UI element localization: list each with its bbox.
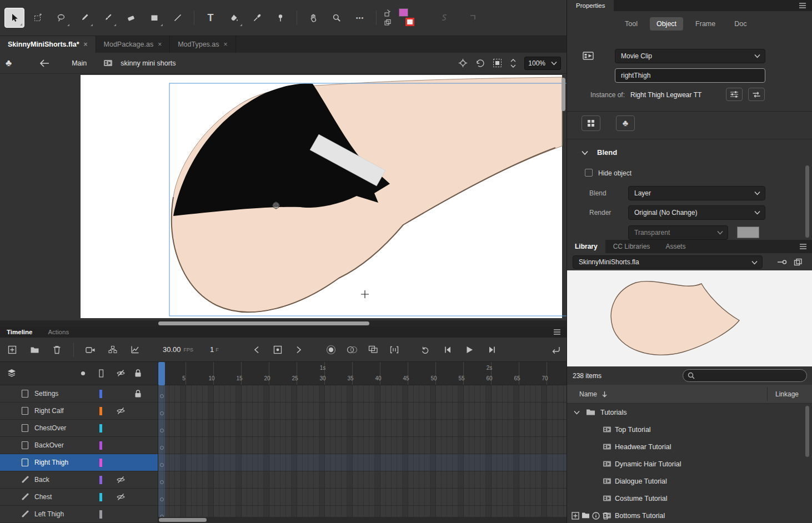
insert-keyframe-button[interactable] xyxy=(269,341,287,358)
frame-row[interactable] xyxy=(158,385,567,403)
layer-color-swatch[interactable] xyxy=(99,424,102,433)
tab-library[interactable]: Library xyxy=(567,240,605,253)
blend-section-title[interactable]: Blend xyxy=(597,148,617,157)
library-item-label[interactable]: Costume Tutorial xyxy=(615,495,667,502)
library-item-row[interactable]: Costume Tutorial xyxy=(567,490,812,507)
delete-item-trash-icon[interactable] xyxy=(602,512,609,520)
free-transform-tool[interactable] xyxy=(28,8,48,28)
tab-frame[interactable]: Frame xyxy=(689,17,722,31)
instance-name-input[interactable]: rightThigh xyxy=(615,68,765,83)
object-type-select[interactable]: Movie Clip xyxy=(615,49,765,63)
playhead-marker[interactable] xyxy=(158,362,165,385)
library-item-label[interactable]: Bottoms Tutorial xyxy=(615,512,665,520)
tab-timeline[interactable]: Timeline xyxy=(7,329,32,335)
timeline-layer-row[interactable]: ChestOver xyxy=(0,420,158,437)
library-folder-row[interactable]: Tutorials xyxy=(567,404,812,421)
layer-name[interactable]: Chest xyxy=(34,493,52,501)
broadcast-club-button[interactable]: ♣ xyxy=(616,115,635,131)
current-frame-value[interactable]: 1 xyxy=(210,345,214,354)
fps-value[interactable]: 30.00 xyxy=(163,345,181,354)
library-item-label[interactable]: Dynamic Hair Tutorial xyxy=(615,460,681,468)
lasso-tool[interactable] xyxy=(51,8,71,28)
timeline-frames-area[interactable]: 1s 2s 5 10 15 20 25 30 35 40 45 50 55 60… xyxy=(158,362,567,523)
frame-row[interactable] xyxy=(158,471,567,489)
asset-warp-tool[interactable] xyxy=(270,8,290,28)
clip-content-icon[interactable] xyxy=(493,58,502,68)
library-item-label[interactable]: Dialogue Tutorial xyxy=(615,477,667,485)
new-folder-button[interactable] xyxy=(26,341,43,358)
swap-symbol-icon[interactable] xyxy=(748,88,765,101)
linkage-column-header[interactable]: Linkage xyxy=(775,390,799,398)
eraser-tool[interactable] xyxy=(121,8,141,28)
layer-name[interactable]: Right Thigh xyxy=(34,459,68,466)
breadcrumb-symbol[interactable]: skinny mini shorts xyxy=(121,59,176,67)
render-mode-select[interactable]: Original (No Change) xyxy=(628,205,765,220)
layer-name[interactable]: Back xyxy=(34,476,49,484)
back-arrow-icon[interactable] xyxy=(39,59,49,67)
layer-name[interactable]: BackOver xyxy=(34,441,64,449)
chevron-down-icon[interactable] xyxy=(574,410,580,415)
close-icon[interactable]: × xyxy=(84,41,88,48)
transparent-select[interactable]: Transparent xyxy=(628,225,728,240)
library-item-row[interactable]: Top Tutorial xyxy=(567,421,812,438)
doc-tab-modtypes[interactable]: ModTypes.as × xyxy=(170,36,235,53)
frame-row[interactable] xyxy=(158,454,567,471)
library-document-select[interactable]: SkinnyMiniShorts.fla xyxy=(573,255,763,269)
frame-row[interactable] xyxy=(158,489,567,506)
layer-hidden-icon[interactable] xyxy=(116,492,126,501)
library-item-row[interactable]: Headwear Tutorial xyxy=(567,438,812,455)
layer-name[interactable]: ChestOver xyxy=(34,424,66,432)
properties-scrollbar-thumb[interactable] xyxy=(805,165,809,238)
zoom-tool[interactable] xyxy=(327,8,347,28)
timeline-layer-row[interactable]: Back xyxy=(0,471,158,489)
new-folder-icon[interactable] xyxy=(582,512,590,519)
position-grid-button[interactable] xyxy=(582,115,600,131)
transparent-color-swatch[interactable] xyxy=(737,227,759,238)
canvas-vscrollbar-thumb[interactable] xyxy=(562,78,565,111)
paint-bucket-tool[interactable] xyxy=(224,8,244,28)
step-forward-button[interactable] xyxy=(483,341,501,358)
layer-color-swatch[interactable] xyxy=(99,390,102,398)
tab-assets[interactable]: Assets xyxy=(658,240,693,253)
layer-color-swatch[interactable] xyxy=(99,459,102,467)
library-item-label[interactable]: Top Tutorial xyxy=(615,426,651,434)
instance-settings-icon[interactable] xyxy=(726,88,743,101)
zoom-level-select[interactable]: 100% xyxy=(524,57,561,70)
doc-tab-modpackage[interactable]: ModPackage.as × xyxy=(96,36,171,53)
timeline-scrollbar-thumb[interactable] xyxy=(159,518,207,522)
timeline-layer-row[interactable]: Settings xyxy=(0,385,158,403)
step-back-button[interactable] xyxy=(439,341,457,358)
blend-mode-select[interactable]: Layer xyxy=(628,186,765,200)
breadcrumb-scene[interactable]: Main xyxy=(72,59,87,67)
panel-menu-icon[interactable] xyxy=(799,3,806,8)
symbol-club-icon[interactable]: ♣ xyxy=(6,58,12,69)
timeline-hscrollbar[interactable] xyxy=(158,517,567,523)
classic-brush-tool[interactable] xyxy=(98,8,118,28)
layer-depth-button[interactable] xyxy=(126,341,144,358)
rewind-button[interactable] xyxy=(547,341,564,358)
timeline-layer-row[interactable]: Right Thigh xyxy=(0,454,158,471)
library-item-label[interactable]: Headwear Tutorial xyxy=(615,443,671,451)
more-tools-button[interactable]: ••• xyxy=(350,8,370,28)
eyedropper-tool[interactable] xyxy=(247,8,267,28)
timeline-layer-row[interactable]: Chest xyxy=(0,489,158,506)
hide-object-checkbox[interactable] xyxy=(585,169,593,177)
layer-color-swatch[interactable] xyxy=(99,441,102,450)
canvas-hscrollbar[interactable] xyxy=(0,320,567,326)
zoom-stepper[interactable] xyxy=(510,58,517,68)
timeline-layer-row[interactable]: Left Thigh xyxy=(0,506,158,523)
text-tool[interactable]: T xyxy=(201,8,220,28)
layer-color-swatch[interactable] xyxy=(99,493,102,501)
properties-panel-tab[interactable]: Properties xyxy=(567,0,614,11)
tab-cc-libraries[interactable]: CC Libraries xyxy=(605,240,658,253)
onion-markers-button[interactable] xyxy=(385,341,403,358)
library-item-row[interactable]: Dynamic Hair Tutorial xyxy=(567,455,812,472)
new-library-panel-icon[interactable] xyxy=(794,258,803,266)
timeline-ruler[interactable]: 1s 2s 5 10 15 20 25 30 35 40 45 50 55 60… xyxy=(158,362,567,385)
edit-multiple-frames-button[interactable] xyxy=(364,341,382,358)
layers-stack-icon[interactable] xyxy=(7,369,17,378)
camera-button[interactable] xyxy=(82,341,99,358)
tab-tool[interactable]: Tool xyxy=(618,17,644,31)
layer-color-swatch[interactable] xyxy=(99,510,102,519)
name-column-header[interactable]: Name xyxy=(579,390,597,398)
